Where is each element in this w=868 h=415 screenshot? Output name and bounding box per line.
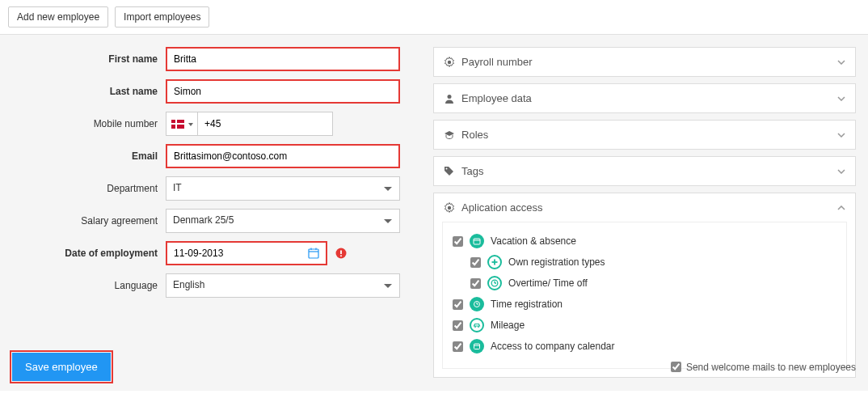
mileage-checkbox[interactable]	[453, 320, 463, 331]
last-name-label: Last name	[12, 86, 166, 97]
svg-rect-0	[309, 249, 318, 258]
car-icon	[470, 318, 484, 332]
roles-panel-header[interactable]: Roles	[434, 121, 855, 149]
vacation-icon	[470, 234, 484, 248]
overtime-checkbox[interactable]	[470, 278, 481, 289]
email-input[interactable]	[166, 144, 400, 168]
svg-rect-11	[474, 239, 480, 244]
email-label: Email	[12, 150, 166, 162]
department-select[interactable]: IT	[166, 176, 400, 201]
svg-point-10	[448, 205, 451, 209]
language-label: Language	[12, 280, 166, 291]
welcome-mail-checkbox[interactable]	[671, 362, 681, 372]
calendar-icon[interactable]	[301, 248, 326, 259]
chevron-down-icon	[837, 60, 845, 65]
chevron-down-icon	[837, 96, 845, 101]
time-reg-icon	[470, 297, 484, 311]
svg-point-6	[340, 255, 342, 256]
side-panels: Payroll number Employee data Roles Tags	[433, 47, 856, 379]
mobile-input[interactable]	[197, 112, 333, 136]
chevron-up-icon	[837, 205, 845, 210]
payroll-panel: Payroll number	[433, 47, 856, 77]
date-of-employment-input[interactable]	[167, 243, 301, 264]
flag-dk-icon	[171, 120, 184, 129]
roles-panel: Roles	[433, 120, 856, 150]
welcome-mail-label[interactable]: Send welcome mails to new employees	[671, 362, 856, 373]
payroll-panel-title: Payroll number	[461, 56, 532, 68]
mileage-label: Mileage	[491, 320, 525, 331]
time-reg-label: Time registration	[491, 299, 563, 310]
vacation-checkbox[interactable]	[453, 236, 463, 247]
svg-point-8	[448, 95, 452, 99]
employee-data-panel-header[interactable]: Employee data	[434, 84, 855, 112]
overtime-label: Overtime/ Time off	[508, 277, 588, 289]
svg-point-9	[446, 167, 448, 169]
import-employees-button[interactable]: Import employees	[115, 6, 209, 28]
country-code-select[interactable]	[166, 112, 197, 136]
salary-label: Salary agreement	[12, 215, 166, 227]
svg-point-22	[478, 326, 479, 328]
welcome-mail-text: Send welcome mails to new employees	[686, 362, 856, 373]
person-icon	[444, 93, 455, 104]
own-reg-label: Own registration types	[508, 256, 605, 268]
footer: Save employee Send welcome mails to new …	[0, 343, 868, 391]
gear-icon	[444, 57, 455, 68]
tags-panel: Tags	[433, 156, 856, 186]
graduation-cap-icon	[444, 129, 455, 141]
app-access-panel-header[interactable]: Aplication access	[434, 193, 855, 222]
roles-panel-title: Roles	[461, 129, 488, 141]
doe-label: Date of employment	[12, 248, 166, 259]
svg-point-21	[474, 326, 476, 328]
first-name-label: First name	[12, 53, 166, 65]
mobile-label: Mobile number	[12, 118, 166, 129]
gear-icon	[444, 202, 455, 214]
plus-icon	[487, 255, 502, 269]
salary-agreement-select[interactable]: Denmark 25/5	[166, 209, 400, 233]
last-name-input[interactable]	[166, 79, 400, 104]
top-bar: Add new employee Import employees	[0, 0, 868, 35]
svg-point-7	[448, 60, 451, 63]
employee-data-panel: Employee data	[433, 83, 856, 113]
chevron-down-icon	[837, 169, 845, 174]
save-employee-button[interactable]: Save employee	[12, 353, 111, 381]
department-label: Department	[12, 183, 166, 194]
app-access-panel-title: Aplication access	[461, 201, 542, 214]
chevron-down-icon	[837, 133, 845, 138]
tags-icon	[444, 166, 455, 177]
clock-icon	[487, 276, 502, 290]
add-new-employee-button[interactable]: Add new employee	[8, 6, 108, 28]
vacation-label: Vacation & absence	[491, 235, 576, 247]
time-reg-checkbox[interactable]	[453, 299, 463, 310]
tags-panel-header[interactable]: Tags	[434, 157, 855, 185]
first-name-input[interactable]	[166, 47, 400, 71]
language-select[interactable]: English	[166, 273, 400, 298]
error-icon	[335, 248, 347, 259]
employee-data-panel-title: Employee data	[461, 92, 532, 104]
date-of-employment-field[interactable]	[166, 241, 327, 265]
employee-form: First name Last name Mobile number Email…	[12, 47, 417, 379]
tags-panel-title: Tags	[461, 165, 483, 177]
own-reg-checkbox[interactable]	[470, 257, 481, 268]
main-content: First name Last name Mobile number Email…	[0, 35, 868, 391]
payroll-panel-header[interactable]: Payroll number	[434, 48, 855, 76]
